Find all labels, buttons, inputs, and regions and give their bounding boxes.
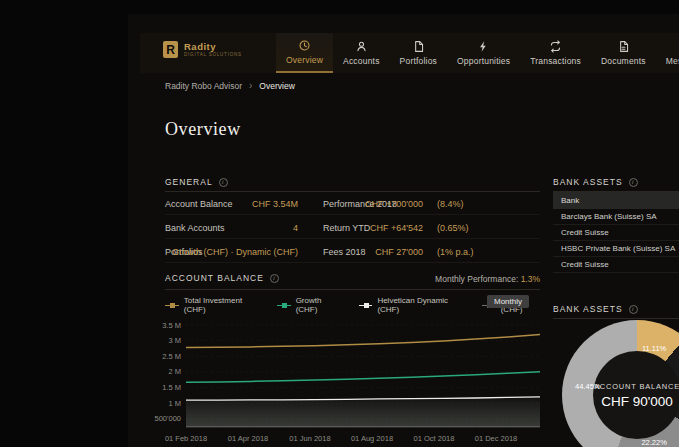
copy-icon	[412, 40, 425, 53]
donut-slice-label: 22.22%	[641, 437, 666, 446]
monthly-period-button[interactable]: Monthly	[487, 295, 529, 308]
x-axis-tick: 01 Dec 2018	[466, 434, 526, 443]
chevron-right-icon	[249, 80, 252, 91]
top-navbar: R Radity DIGITAL SOLUTIONS Overview Acco…	[140, 33, 679, 73]
info-icon[interactable]	[270, 274, 279, 283]
bank-assets-donut-chart[interactable]: ACCOUNT BALANCE CHF 90'000 11.11%22.22%4…	[562, 320, 679, 447]
tab-label: Messages	[666, 56, 679, 66]
tab-overview[interactable]: Overview	[276, 33, 333, 73]
app-window: R Radity DIGITAL SOLUTIONS Overview Acco…	[128, 14, 679, 447]
general-extra: (0.65%)	[437, 223, 469, 233]
bank-row[interactable]: Barclays Bank (Suisse) SA	[553, 209, 679, 225]
general-value: 4	[165, 223, 298, 233]
bank-row[interactable]: Credit Suisse	[553, 225, 679, 241]
tab-label: Documents	[601, 56, 646, 66]
tab-messages[interactable]: Messages	[656, 33, 679, 73]
legend-total-investment[interactable]: Total Investment (CHF)	[165, 296, 260, 314]
donut-slice-label: 11.11%	[642, 344, 666, 353]
tab-label: Transactions	[530, 56, 581, 66]
monthly-performance-label: Monthly Performance:	[435, 274, 518, 284]
x-axis-tick: 01 Feb 2018	[156, 434, 216, 443]
general-value: CHF 27'000	[323, 247, 423, 257]
info-icon[interactable]	[219, 178, 228, 187]
legend-marker-icon	[165, 302, 179, 309]
bank-row[interactable]: HSBC Private Bank (Suisse) SA	[553, 241, 679, 257]
y-axis-tick: 2.5 M	[145, 352, 181, 361]
legend-label: Growth (CHF)	[296, 296, 342, 314]
bank-assets-donut-header: BANK ASSETS	[553, 304, 638, 314]
account-balance-header: ACCOUNT BALANCE	[165, 273, 279, 283]
bank-assets-title: BANK ASSETS	[553, 177, 623, 187]
breadcrumb: Radity Robo Advisor Overview	[165, 80, 295, 91]
breadcrumb-current: Overview	[259, 81, 294, 91]
legend-marker-icon	[359, 302, 373, 309]
x-axis-tick: 01 Apr 2018	[218, 434, 278, 443]
user-icon	[355, 40, 368, 53]
info-icon[interactable]	[629, 178, 638, 187]
tab-documents[interactable]: Documents	[591, 33, 656, 73]
x-axis-tick: 01 Aug 2018	[342, 434, 402, 443]
line-chart-plot	[186, 321, 540, 431]
general-value: CHF +64'542	[323, 223, 423, 233]
general-table: Account Balance CHF 3.54M Performance 20…	[165, 191, 540, 263]
tab-accounts[interactable]: Accounts	[333, 33, 390, 73]
general-title: GENERAL	[165, 177, 213, 187]
bank-assets-title: BANK ASSETS	[553, 304, 623, 314]
repeat-arrows-icon	[549, 40, 562, 53]
file-icon	[617, 40, 630, 53]
bank-assets-table-header: BANK ASSETS	[553, 177, 638, 187]
donut-slice-label: 44.45%	[575, 382, 600, 391]
legend-label: Total Investment (CHF)	[184, 296, 260, 314]
general-extra: (1% p.a.)	[437, 247, 474, 257]
tab-label: Opportunities	[457, 56, 510, 66]
bank-row[interactable]: Credit Suisse	[553, 257, 679, 273]
tab-portfolios[interactable]: Portfolios	[390, 33, 447, 73]
bank-column-header[interactable]: Bank	[553, 192, 679, 209]
general-row: Portfolios Growth (CHF) · Dynamic (CHF) …	[165, 239, 540, 263]
lightning-icon	[477, 40, 490, 53]
general-section-header: GENERAL	[165, 177, 228, 187]
divider	[165, 289, 540, 290]
brand-logo[interactable]: R Radity DIGITAL SOLUTIONS	[163, 41, 242, 58]
donut-center-label: ACCOUNT BALANCE	[594, 382, 679, 391]
chart-legend: Total Investment (CHF) Growth (CHF) Helv…	[165, 296, 540, 314]
general-value: CHF +700'000	[323, 199, 423, 209]
x-axis-tick: 01 Oct 2018	[404, 434, 464, 443]
y-axis-tick: 3.5 M	[145, 321, 181, 330]
brand-name: Radity	[184, 42, 242, 52]
general-extra: (8.4%)	[437, 199, 464, 209]
radity-logo-icon: R	[163, 41, 178, 58]
general-value: Growth (CHF) · Dynamic (CHF)	[165, 247, 298, 257]
legend-helvetican-dynamic[interactable]: Helvetican Dynamic (CHF)	[359, 296, 465, 314]
info-icon[interactable]	[629, 305, 638, 314]
legend-marker-icon	[277, 302, 291, 309]
nav-tabs: Overview Accounts Portfolios Opportuniti…	[276, 33, 679, 73]
divider	[553, 318, 679, 319]
breadcrumb-parent[interactable]: Radity Robo Advisor	[165, 81, 242, 91]
y-axis-tick: 1 M	[145, 399, 181, 408]
general-value: CHF 3.54M	[165, 199, 298, 209]
dashboard-clock-icon	[298, 39, 311, 52]
tab-opportunities[interactable]: Opportunities	[447, 33, 520, 73]
monthly-performance-value: 1.3%	[521, 274, 540, 284]
tab-label: Portfolios	[400, 56, 437, 66]
general-row: Bank Accounts 4 Return YTD CHF +64'542 (…	[165, 215, 540, 239]
donut-center-value: CHF 90'000	[601, 394, 673, 409]
brand-tagline: DIGITAL SOLUTIONS	[184, 53, 242, 58]
x-axis-tick: 01 Jun 2018	[280, 434, 340, 443]
bank-assets-table: Bank Barclays Bank (Suisse) SA Credit Su…	[553, 192, 679, 273]
tab-label: Overview	[286, 55, 323, 65]
y-axis-tick: 1.5 M	[145, 383, 181, 392]
legend-growth[interactable]: Growth (CHF)	[277, 296, 342, 314]
tab-label: Accounts	[343, 56, 380, 66]
donut-center: ACCOUNT BALANCE CHF 90'000	[593, 351, 679, 439]
line-chart-svg	[186, 321, 540, 431]
tab-transactions[interactable]: Transactions	[520, 33, 591, 73]
account-balance-title: ACCOUNT BALANCE	[165, 273, 264, 283]
y-axis-tick: 500'000	[145, 414, 181, 423]
legend-label: Helvetican Dynamic (CHF)	[377, 296, 465, 314]
screenshot-canvas: R Radity DIGITAL SOLUTIONS Overview Acco…	[0, 0, 679, 447]
y-axis-tick: 3 M	[145, 336, 181, 345]
monthly-performance: Monthly Performance: 1.3%	[435, 274, 540, 284]
y-axis-tick: 2 M	[145, 367, 181, 376]
